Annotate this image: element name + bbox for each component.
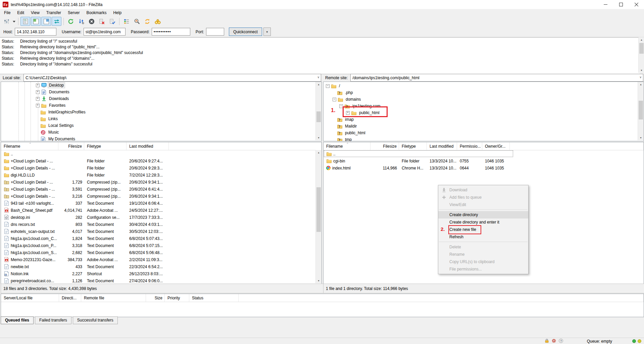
menu-edit[interactable]: Edit: [14, 9, 28, 16]
tree-item-tmp[interactable]: ?tmp: [324, 136, 644, 141]
menu-bookmarks[interactable]: Bookmarks: [83, 9, 110, 16]
toggle-local-tree-icon[interactable]: [31, 17, 41, 26]
file-row[interactable]: Notion.lnk2,227Shortcut26/12/2023 8:03:.…: [1, 270, 321, 277]
tree-item--[interactable]: −/: [324, 83, 644, 89]
file-row[interactable]: newbie.txt433Text Document22/3/2024 6:54…: [1, 263, 321, 270]
gear-icon[interactable]: [551, 338, 556, 344]
port-input[interactable]: [206, 28, 224, 36]
file-row[interactable]: ..: [324, 150, 644, 157]
tree-item-intelgraphicsprofiles[interactable]: IntelGraphicsProfiles: [1, 109, 321, 115]
tree-item--php[interactable]: ?.php: [324, 89, 644, 96]
collapse-icon[interactable]: −: [333, 98, 336, 101]
column-header-filename[interactable]: Filename^: [1, 142, 58, 150]
menu-transfer[interactable]: Transfer: [43, 9, 64, 16]
file-row[interactable]: +Cloud Login Detail - ...1,729Compressed…: [1, 179, 321, 186]
info-icon[interactable]: ?: [558, 338, 563, 344]
tree-item-public-html[interactable]: ?public_html: [324, 130, 644, 136]
column-header-permissio-[interactable]: Permissio...: [457, 142, 482, 150]
tree-item-downloads[interactable]: +Downloads: [1, 95, 321, 102]
column-header-remote-file[interactable]: Remote file: [81, 294, 146, 302]
quickconnect-button[interactable]: Quickconnect: [229, 28, 262, 36]
toggle-remote-tree-icon[interactable]: [41, 17, 51, 26]
tree-item-ips1testing-com[interactable]: −?ips1testing.com: [324, 103, 644, 109]
file-row[interactable]: +Cloud Login Details - ...File folder20/…: [1, 164, 321, 171]
minimize-button[interactable]: [598, 0, 613, 9]
site-manager-icon[interactable]: [2, 17, 11, 26]
site-manager-caret[interactable]: [12, 17, 16, 26]
file-row[interactable]: hkg1a.ips1cloud.com_S...2,682Text Docume…: [1, 249, 321, 256]
file-row[interactable]: hkg1a.ips1cloud.com_C...1,824Text Docume…: [1, 235, 321, 242]
file-row[interactable]: cgi-binFile folder13/3/2024 10...0755104…: [324, 157, 644, 164]
collapse-icon[interactable]: −: [339, 104, 343, 108]
close-button[interactable]: [629, 0, 644, 9]
tree-item-music[interactable]: Music: [1, 129, 321, 136]
menu-server[interactable]: Server: [64, 9, 83, 16]
expand-icon[interactable]: +: [36, 90, 40, 94]
local-site-combobox[interactable]: C:\Users\CJ1\Desktop\ ∨: [23, 74, 321, 82]
file-row[interactable]: eohotels_scan-output.txt4,017Text Docume…: [1, 228, 321, 235]
lock-icon[interactable]: [544, 338, 549, 344]
password-input[interactable]: ••••••••••: [152, 28, 190, 36]
context-menu-item-create-new-file[interactable]: Create new file: [438, 226, 528, 233]
sync-browsing-icon[interactable]: [142, 17, 152, 26]
file-row[interactable]: peregrinebroadcast.co...1,126Text Docume…: [1, 277, 321, 284]
column-header-size[interactable]: Size: [146, 294, 165, 302]
toggle-queue-icon[interactable]: [52, 17, 61, 26]
local-list-scrollbar[interactable]: ▲▼: [315, 150, 321, 283]
file-row[interactable]: hkg1a.ips1cloud.com_P...3,318Text Docume…: [1, 242, 321, 249]
file-row[interactable]: +Cloud Login Details - ...3,216Compresse…: [1, 193, 321, 200]
tree-item-domains[interactable]: −domains: [324, 96, 644, 103]
column-header-last-modified[interactable]: Last modified: [427, 142, 457, 150]
tab-failed-transfers[interactable]: Failed transfers: [35, 316, 71, 324]
menu-view[interactable]: View: [28, 9, 43, 16]
file-row[interactable]: +Cloud Login Detail - ...File folder20/6…: [1, 157, 321, 164]
file-row[interactable]: desktop.ini282Configuration se...17/7/20…: [1, 214, 321, 221]
refresh-icon[interactable]: [66, 17, 76, 26]
maximize-button[interactable]: [613, 0, 629, 9]
toggle-log-icon[interactable]: [20, 17, 30, 26]
file-row[interactable]: dns recors.txt803Text Document30/4/2024 …: [1, 221, 321, 228]
tab-queued-files[interactable]: Queued files: [1, 316, 34, 324]
menu-help[interactable]: Help: [110, 9, 125, 16]
compare-icon[interactable]: [132, 17, 142, 26]
tree-item-favorites[interactable]: +Favorites: [1, 102, 321, 109]
remote-tree-scrollbar[interactable]: ▲▼: [638, 82, 644, 140]
tree-item-documents[interactable]: +Documents: [1, 89, 321, 95]
file-row[interactable]: 943 tail -n100 varloght...337Text Docume…: [1, 200, 321, 207]
expand-icon[interactable]: +: [36, 84, 40, 87]
cancel-icon[interactable]: [87, 17, 96, 26]
column-header-filetype[interactable]: Filetype: [84, 142, 127, 150]
file-row[interactable]: +Cloud Login Details - ...3,591Compresse…: [1, 186, 321, 193]
tree-item-public-html[interactable]: +public_html: [324, 109, 644, 116]
tree-item-local-settings[interactable]: Local Settings: [1, 122, 321, 129]
tree-item-my-documents[interactable]: My Documents: [1, 136, 321, 141]
quickconnect-dropdown[interactable]: ▾: [263, 28, 271, 36]
tree-item-imap[interactable]: ?imap: [324, 116, 644, 123]
column-header-filetype[interactable]: Filetype: [399, 142, 427, 150]
file-row[interactable]: ..: [1, 150, 321, 157]
column-header-priority[interactable]: Priority: [165, 294, 189, 302]
context-menu-item-create-directory-and-enter-it[interactable]: Create directory and enter it: [438, 218, 528, 226]
column-header-directi-[interactable]: Directi...: [59, 294, 81, 302]
tree-item-desktop[interactable]: +Desktop: [1, 82, 321, 89]
status-log-scrollbar[interactable]: ▲▼: [638, 37, 644, 73]
file-row[interactable]: ABash_Cheat_Sheet.pdf4,014,741Adobe Acro…: [1, 207, 321, 214]
tree-item-maildir[interactable]: ?Maildir: [324, 123, 644, 130]
local-tree-scrollbar[interactable]: ▲▼: [315, 82, 321, 140]
column-header-server-local-file[interactable]: Server/Local file: [1, 294, 59, 302]
expand-icon[interactable]: +: [36, 97, 40, 101]
process-queue-icon[interactable]: [76, 17, 86, 26]
collapse-icon[interactable]: −: [326, 84, 330, 88]
file-row[interactable]: AMemo-20231231-Gaze...384,733Adobe Acrob…: [1, 256, 321, 263]
disconnect-icon[interactable]: [97, 17, 107, 26]
host-input[interactable]: 14.102.148.110: [15, 28, 56, 36]
username-input[interactable]: st@ips1testing.com: [84, 28, 126, 36]
file-row[interactable]: digi.HLD.LLDFile folder7/2/2024 12:28:3.…: [1, 171, 321, 179]
menu-file[interactable]: File: [1, 9, 14, 16]
column-header-status[interactable]: Status: [189, 294, 239, 302]
expand-icon[interactable]: +: [346, 111, 350, 115]
reconnect-icon[interactable]: [107, 17, 117, 26]
column-header-filesize[interactable]: Filesize: [370, 142, 399, 150]
column-header-last-modified[interactable]: Last modified: [127, 142, 169, 150]
context-menu-item-refresh[interactable]: Refresh: [438, 233, 528, 241]
